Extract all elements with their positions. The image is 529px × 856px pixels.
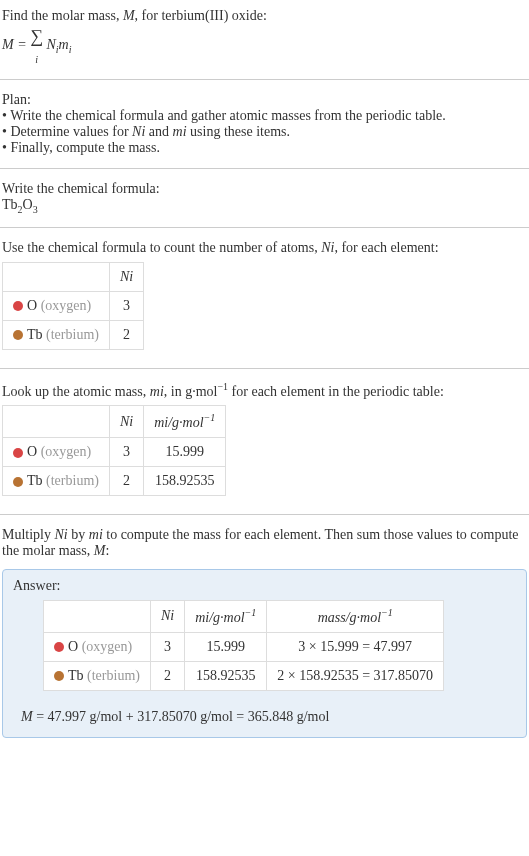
element-dot-icon bbox=[13, 301, 23, 311]
divider bbox=[0, 168, 529, 169]
element-cell: Tb (terbium) bbox=[44, 661, 151, 690]
m-value: 15.999 bbox=[185, 632, 267, 661]
plan-title: Plan: bbox=[2, 92, 527, 108]
table-row: Tb (terbium) 2 bbox=[3, 320, 144, 349]
chemical-formula-section: Write the chemical formula: Tb2O3 bbox=[0, 177, 529, 219]
empty-header bbox=[44, 600, 151, 632]
n-value: 2 bbox=[150, 661, 184, 690]
calc-value: 3 × 15.999 = 47.997 bbox=[267, 632, 444, 661]
n-value: 2 bbox=[109, 466, 143, 495]
table-row: O (oxygen) 3 15.999 bbox=[3, 437, 226, 466]
table-row: Tb (terbium) 2 158.92535 bbox=[3, 466, 226, 495]
sigma-index: i bbox=[35, 54, 38, 65]
ni-header: Ni bbox=[109, 406, 143, 438]
formula-lhs: M bbox=[2, 37, 14, 52]
var-ni: Ni bbox=[55, 527, 68, 542]
divider bbox=[0, 368, 529, 369]
ni-header: Ni bbox=[109, 262, 143, 291]
plan-bullet-2: • Determine values for Ni and mi using t… bbox=[2, 124, 527, 140]
table-header-row: Ni bbox=[3, 262, 144, 291]
sigma-symbol: ∑ bbox=[30, 26, 43, 46]
calc-value: 2 × 158.92535 = 317.85070 bbox=[267, 661, 444, 690]
multiply-text: Multiply Ni by mi to compute the mass fo… bbox=[2, 527, 527, 559]
element-cell: Tb (terbium) bbox=[3, 320, 110, 349]
ni-header: Ni bbox=[150, 600, 184, 632]
mi-header: mi/g·mol−1 bbox=[144, 406, 226, 438]
mi-header: mi/g·mol−1 bbox=[185, 600, 267, 632]
var-m: M bbox=[123, 8, 135, 23]
empty-header bbox=[3, 262, 110, 291]
element-dot-icon bbox=[54, 642, 64, 652]
element-cell: O (oxygen) bbox=[3, 437, 110, 466]
element-dot-icon bbox=[13, 477, 23, 487]
m-value: 158.92535 bbox=[185, 661, 267, 690]
var-mi: mi bbox=[89, 527, 103, 542]
multiply-section: Multiply Ni by mi to compute the mass fo… bbox=[0, 523, 529, 563]
element-dot-icon bbox=[13, 330, 23, 340]
answer-table: Ni mi/g·mol−1 mass/g·mol−1 O (oxygen) 3 … bbox=[43, 600, 444, 691]
element-dot-icon bbox=[54, 671, 64, 681]
table-header-row: Ni mi/g·mol−1 bbox=[3, 406, 226, 438]
intro-text-b: , for terbium(III) oxide: bbox=[135, 8, 267, 23]
table-row: O (oxygen) 3 bbox=[3, 291, 144, 320]
lookup-table: Ni mi/g·mol−1 O (oxygen) 3 15.999 Tb (te… bbox=[2, 405, 226, 496]
m-value: 158.92535 bbox=[144, 466, 226, 495]
element-cell: Tb (terbium) bbox=[3, 466, 110, 495]
empty-header bbox=[3, 406, 110, 438]
n-value: 3 bbox=[109, 291, 143, 320]
n-value: 3 bbox=[109, 437, 143, 466]
chemical-formula: Tb2O3 bbox=[2, 197, 527, 215]
table-row: Tb (terbium) 2 158.92535 2 × 158.92535 =… bbox=[44, 661, 444, 690]
count-title: Use the chemical formula to count the nu… bbox=[2, 240, 527, 256]
mass-header: mass/g·mol−1 bbox=[267, 600, 444, 632]
count-section: Use the chemical formula to count the nu… bbox=[0, 236, 529, 360]
divider bbox=[0, 227, 529, 228]
plan-bullet-3: • Finally, compute the mass. bbox=[2, 140, 527, 156]
var-mi: mi bbox=[150, 383, 164, 398]
n-value: 3 bbox=[150, 632, 184, 661]
var-ni: Ni bbox=[132, 124, 145, 139]
count-table: Ni O (oxygen) 3 Tb (terbium) 2 bbox=[2, 262, 144, 350]
plan-bullet-1: • Write the chemical formula and gather … bbox=[2, 108, 527, 124]
divider bbox=[0, 79, 529, 80]
answer-label: Answer: bbox=[13, 578, 516, 594]
chem-title: Write the chemical formula: bbox=[2, 181, 527, 197]
lookup-title: Look up the atomic mass, mi, in g·mol−1 … bbox=[2, 381, 527, 400]
answer-box: Answer: Ni mi/g·mol−1 mass/g·mol−1 O (ox… bbox=[2, 569, 527, 738]
element-dot-icon bbox=[13, 448, 23, 458]
var-mi: mi bbox=[173, 124, 187, 139]
lookup-section: Look up the atomic mass, mi, in g·mol−1 … bbox=[0, 377, 529, 506]
mass-result: M = 47.997 g/mol + 317.85070 g/mol = 365… bbox=[13, 697, 516, 729]
element-cell: O (oxygen) bbox=[3, 291, 110, 320]
table-row: O (oxygen) 3 15.999 3 × 15.999 = 47.997 bbox=[44, 632, 444, 661]
formula-rhs: Nimi bbox=[46, 37, 71, 52]
intro-section: Find the molar mass, M, for terbium(III)… bbox=[0, 4, 529, 71]
plan-section: Plan: • Write the chemical formula and g… bbox=[0, 88, 529, 160]
n-value: 2 bbox=[109, 320, 143, 349]
molar-mass-formula: M = ∑i Nimi bbox=[2, 24, 527, 67]
m-value: 15.999 bbox=[144, 437, 226, 466]
element-cell: O (oxygen) bbox=[44, 632, 151, 661]
intro-text: Find the molar mass, bbox=[2, 8, 123, 23]
divider bbox=[0, 514, 529, 515]
table-header-row: Ni mi/g·mol−1 mass/g·mol−1 bbox=[44, 600, 444, 632]
var-ni: Ni bbox=[321, 240, 334, 255]
